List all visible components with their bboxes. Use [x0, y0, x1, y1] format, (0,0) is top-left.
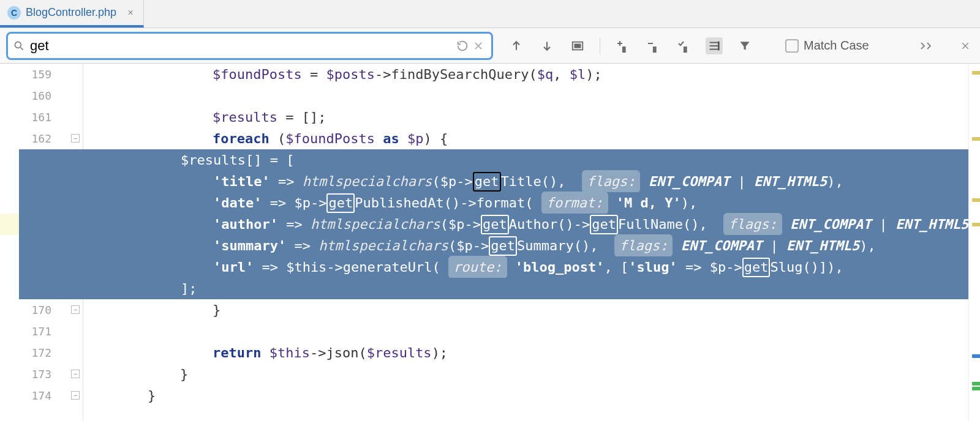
- close-findbar-button[interactable]: [960, 41, 970, 51]
- code-line[interactable]: }: [83, 363, 968, 385]
- editor[interactable]: 1591601611621631641651661671681691701711…: [0, 64, 980, 421]
- match-case-option[interactable]: Match Case: [785, 39, 869, 53]
- code-line[interactable]: ];: [19, 278, 968, 299]
- code-line[interactable]: 'url' => $this->generateUrl( route: 'blo…: [19, 256, 968, 278]
- search-match: get: [326, 193, 355, 213]
- prev-match-button[interactable]: [508, 37, 525, 54]
- remove-selection-button[interactable]: II: [644, 37, 662, 54]
- line-number: 160: [0, 85, 51, 106]
- line-number: 159: [0, 64, 51, 85]
- code-line[interactable]: }: [83, 299, 968, 321]
- code-line[interactable]: 'title' => htmlspecialchars($p->getTitle…: [19, 171, 968, 192]
- tab-label: BlogController.php: [26, 6, 116, 19]
- svg-text:II: II: [653, 47, 657, 53]
- stripe-marker[interactable]: [972, 137, 980, 141]
- line-number: 173: [0, 363, 51, 385]
- code-line[interactable]: 'summary' => htmlspecialchars($p->getSum…: [19, 235, 968, 256]
- editor-tab[interactable]: C BlogController.php ×: [0, 0, 144, 28]
- code-line[interactable]: $results[] = [: [19, 149, 968, 171]
- search-match: get: [590, 215, 618, 234]
- search-match: get: [473, 172, 501, 192]
- line-number: 174: [0, 385, 51, 406]
- fold-toggle-icon[interactable]: −: [71, 370, 80, 378]
- find-input[interactable]: [30, 38, 454, 54]
- close-tab-button[interactable]: ×: [125, 7, 136, 18]
- next-match-button[interactable]: [538, 37, 556, 54]
- code-line[interactable]: 'author' => htmlspecialchars($p->getAuth…: [19, 214, 968, 235]
- stripe-marker[interactable]: [972, 223, 980, 226]
- line-number: 162: [0, 128, 51, 149]
- line-number: 172: [0, 342, 51, 363]
- line-number: 171: [0, 321, 51, 342]
- search-icon[interactable]: [13, 40, 25, 52]
- line-number: 170: [0, 299, 51, 321]
- markers-stripe[interactable]: [968, 64, 980, 421]
- match-case-label: Match Case: [804, 39, 869, 53]
- code-area[interactable]: $foundPosts = $posts->findBySearchQuery(…: [83, 64, 968, 421]
- line-number: 161: [0, 106, 51, 128]
- separator: [600, 37, 600, 54]
- code-line[interactable]: [83, 321, 968, 342]
- stripe-marker[interactable]: [972, 387, 980, 390]
- tab-bar: C BlogController.php ×: [0, 0, 980, 28]
- svg-line-1: [21, 47, 23, 50]
- code-line[interactable]: return $this->json($results);: [83, 342, 968, 363]
- svg-point-0: [15, 42, 21, 48]
- restore-query-icon[interactable]: [454, 38, 470, 54]
- find-bar: II II II Match Case: [0, 28, 980, 64]
- find-toolbar: II II II Match Case: [505, 37, 974, 54]
- code-line[interactable]: [83, 85, 968, 106]
- svg-text:II: II: [684, 47, 687, 53]
- code-line[interactable]: $foundPosts = $posts->findBySearchQuery(…: [83, 64, 968, 85]
- fold-toggle-icon[interactable]: −: [71, 134, 80, 143]
- svg-text:II: II: [622, 47, 626, 53]
- find-input-container: [6, 32, 493, 60]
- stripe-marker[interactable]: [972, 198, 980, 202]
- search-match: get: [742, 258, 771, 277]
- clear-query-icon[interactable]: [470, 38, 486, 54]
- select-all-occurrences-button[interactable]: [569, 37, 586, 54]
- search-match: get: [489, 236, 517, 256]
- filter-button[interactable]: [736, 37, 753, 54]
- in-selection-toggle[interactable]: [706, 37, 723, 54]
- stripe-marker[interactable]: [972, 71, 980, 75]
- match-case-checkbox[interactable]: [785, 39, 799, 53]
- fold-toggle-icon[interactable]: −: [71, 391, 80, 400]
- search-match: get: [481, 215, 509, 234]
- add-selection-button[interactable]: II: [614, 37, 631, 54]
- code-line[interactable]: foreach ($foundPosts as $p) {: [83, 128, 968, 149]
- stripe-marker[interactable]: [972, 354, 980, 358]
- php-file-icon: C: [7, 6, 21, 20]
- code-line[interactable]: $results = [];: [83, 106, 968, 128]
- stripe-marker[interactable]: [972, 382, 980, 386]
- code-line[interactable]: 'date' => $p->getPublishedAt()->format( …: [19, 192, 968, 214]
- select-all-button[interactable]: II: [675, 37, 692, 54]
- more-options-button[interactable]: [919, 37, 936, 54]
- fold-toggle-icon[interactable]: −: [71, 305, 80, 314]
- code-line[interactable]: }: [83, 385, 968, 406]
- svg-rect-7: [575, 44, 580, 48]
